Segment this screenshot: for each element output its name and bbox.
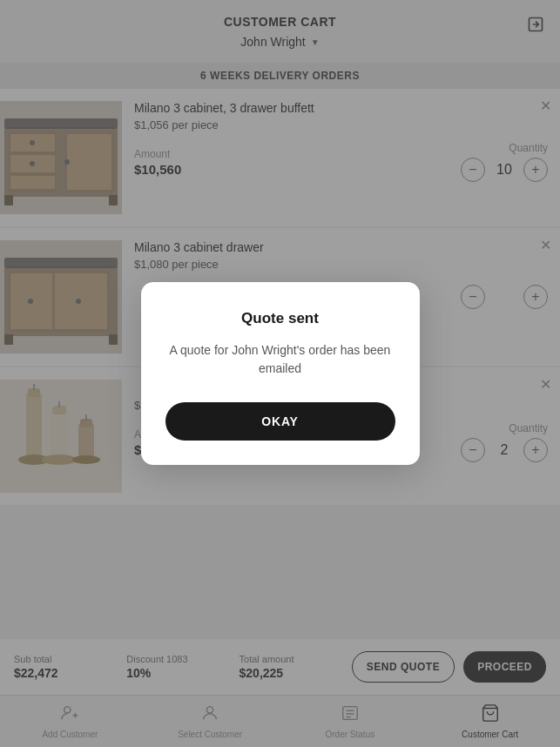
modal-title: Quote sent: [165, 310, 395, 327]
modal-box: Quote sent A quote for John Wright's ord…: [141, 282, 420, 465]
modal-okay-button[interactable]: OKAY: [165, 402, 395, 441]
modal-overlay: Quote sent A quote for John Wright's ord…: [0, 0, 560, 747]
modal-message: A quote for John Wright's order has been…: [165, 341, 395, 378]
